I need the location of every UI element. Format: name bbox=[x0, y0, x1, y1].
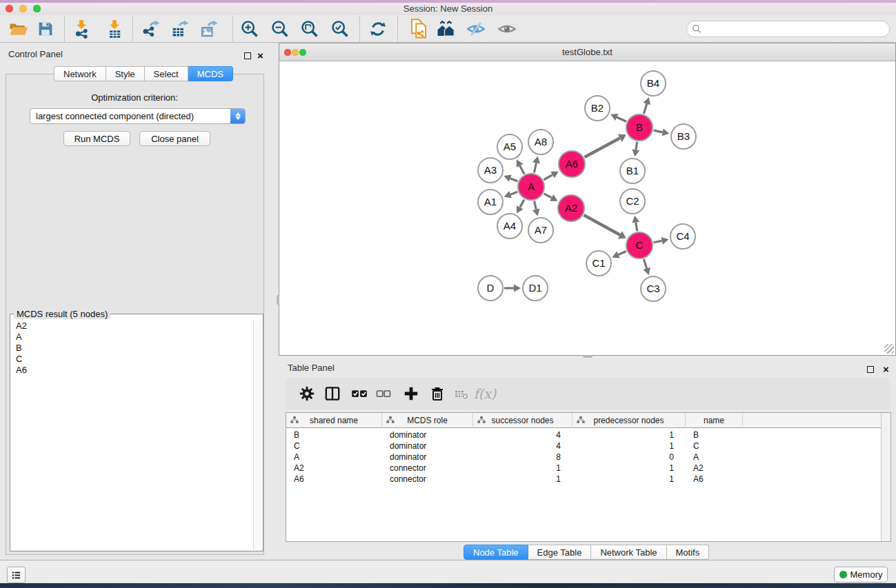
graph-edge-A-A3[interactable] bbox=[510, 179, 518, 181]
graph-node-A7[interactable]: A7 bbox=[528, 218, 553, 243]
mcds-result-item[interactable]: B bbox=[11, 343, 253, 354]
network-document-button[interactable] bbox=[407, 17, 430, 41]
task-history-button[interactable] bbox=[7, 567, 26, 583]
graph-edge-C-C2[interactable] bbox=[636, 223, 637, 232]
network-canvas[interactable]: B4B2BB3A8A5A6A3B1AC2A1A2A4A7C4CC1C3DD1 bbox=[279, 61, 895, 355]
graph-node-C1[interactable]: C1 bbox=[586, 251, 611, 276]
graph-edge-A-A8[interactable] bbox=[534, 163, 536, 172]
graph-node-A1[interactable]: A1 bbox=[478, 190, 503, 214]
export-table-button[interactable] bbox=[168, 17, 191, 41]
graph-edge-A-A7[interactable] bbox=[535, 201, 537, 209]
graph-edge-A-A6[interactable] bbox=[544, 175, 552, 180]
mcds-result-item[interactable]: A6 bbox=[11, 365, 253, 376]
table-panel-close-button[interactable]: × bbox=[883, 363, 889, 376]
optimization-criterion-dropdown[interactable]: largest connected component (directed) bbox=[30, 108, 246, 124]
add-column-button[interactable] bbox=[399, 382, 423, 405]
search-field[interactable] bbox=[686, 21, 890, 37]
horizontal-splitter-handle[interactable] bbox=[583, 355, 593, 358]
graph-node-D1[interactable]: D1 bbox=[523, 276, 548, 301]
graph-edge-C-C3[interactable] bbox=[644, 259, 646, 268]
close-traffic-light[interactable] bbox=[6, 5, 13, 12]
graph-node-B3[interactable]: B3 bbox=[671, 124, 696, 149]
close-panel-button[interactable]: Close panel bbox=[139, 131, 210, 146]
network-close-traffic-light[interactable] bbox=[284, 49, 291, 56]
export-network-button[interactable] bbox=[139, 17, 162, 41]
graph-node-C2[interactable]: C2 bbox=[620, 189, 645, 214]
graph-node-B4[interactable]: B4 bbox=[641, 71, 666, 96]
select-all-button[interactable] bbox=[348, 382, 371, 405]
mcds-result-item[interactable]: C bbox=[11, 354, 253, 365]
open-session-button[interactable] bbox=[7, 17, 30, 41]
table-tab-edge-table[interactable]: Edge Table bbox=[528, 545, 592, 560]
graph-node-A4[interactable]: A4 bbox=[497, 214, 522, 239]
minimize-traffic-light[interactable] bbox=[19, 5, 27, 12]
network-window-titlebar[interactable]: testGlobe.txt bbox=[279, 43, 895, 61]
delete-column-button[interactable] bbox=[426, 382, 449, 405]
table-scrollbar[interactable] bbox=[881, 413, 890, 541]
column-header-predecessor-nodes[interactable]: predecessor nodes bbox=[573, 413, 686, 428]
hide-graphics-details-button[interactable] bbox=[464, 17, 488, 41]
column-header-MCDS-role[interactable]: MCDS role bbox=[382, 413, 473, 428]
column-visibility-button[interactable] bbox=[321, 382, 344, 405]
graph-edge-C-C1[interactable] bbox=[618, 251, 626, 254]
graph-edge-C-C4[interactable] bbox=[654, 241, 662, 242]
graph-node-A3[interactable]: A3 bbox=[478, 158, 503, 183]
network-maximize-traffic-light[interactable] bbox=[299, 49, 306, 56]
table-tab-motifs[interactable]: Motifs bbox=[667, 545, 710, 560]
memory-button[interactable]: Memory bbox=[834, 567, 888, 582]
control-panel-float-button[interactable] bbox=[244, 50, 251, 62]
run-mcds-button[interactable]: Run MCDS bbox=[63, 131, 130, 146]
graph-node-B2[interactable]: B2 bbox=[585, 96, 610, 121]
column-header-name[interactable]: name bbox=[686, 413, 743, 428]
graph-node-A8[interactable]: A8 bbox=[528, 130, 553, 154]
graph-edge-A2-C[interactable] bbox=[584, 215, 619, 235]
graph-node-C[interactable]: C bbox=[626, 232, 653, 258]
table-tab-network-table[interactable]: Network Table bbox=[591, 545, 666, 560]
zoom-fit-button[interactable] bbox=[298, 17, 321, 41]
tab-select[interactable]: Select bbox=[145, 66, 188, 81]
import-table-button[interactable] bbox=[103, 17, 126, 41]
refresh-button[interactable] bbox=[366, 17, 390, 41]
import-network-button[interactable] bbox=[70, 17, 93, 41]
column-header-successor-nodes[interactable]: successor nodes bbox=[473, 413, 573, 428]
graph-node-A5[interactable]: A5 bbox=[497, 134, 522, 159]
mcds-result-item[interactable]: A2 bbox=[11, 321, 253, 332]
graph-edge-A-A4[interactable] bbox=[520, 199, 524, 207]
tab-mcds[interactable]: MCDS bbox=[188, 66, 233, 81]
search-input[interactable] bbox=[704, 24, 877, 34]
graph-node-B1[interactable]: B1 bbox=[620, 159, 645, 183]
graph-edge-A-A2[interactable] bbox=[544, 194, 552, 198]
graph-node-C4[interactable]: C4 bbox=[670, 224, 695, 249]
show-graphics-details-button[interactable] bbox=[495, 17, 519, 41]
function-builder-button[interactable]: f(x) bbox=[473, 382, 497, 405]
graph-node-C3[interactable]: C3 bbox=[641, 276, 666, 301]
graph-edge-B-B1[interactable] bbox=[636, 142, 637, 150]
window-resize-grip[interactable] bbox=[884, 344, 894, 354]
graph-edge-B-B4[interactable] bbox=[644, 104, 646, 114]
export-image-button[interactable] bbox=[197, 17, 220, 41]
table-panel-float-button[interactable] bbox=[867, 363, 874, 376]
mcds-result-item[interactable]: A bbox=[11, 332, 253, 343]
graph-node-A2[interactable]: A2 bbox=[558, 195, 584, 221]
zoom-in-button[interactable] bbox=[238, 17, 261, 41]
table-row[interactable]: Cdominator41C bbox=[286, 440, 890, 452]
table-row[interactable]: Adominator80A bbox=[286, 452, 890, 463]
table-settings-button[interactable] bbox=[295, 382, 319, 405]
tab-style[interactable]: Style bbox=[106, 66, 145, 81]
zoom-out-button[interactable] bbox=[268, 17, 292, 41]
delete-table-button[interactable] bbox=[450, 382, 473, 405]
vertical-splitter-handle[interactable] bbox=[277, 295, 279, 305]
table-row[interactable]: A6connector11A6 bbox=[286, 474, 890, 485]
result-scrollbar[interactable] bbox=[253, 321, 262, 550]
table-row[interactable]: A2connector11A2 bbox=[286, 463, 890, 474]
mcds-result-list[interactable]: A2ABCA6 bbox=[11, 321, 253, 550]
home-button[interactable] bbox=[435, 17, 458, 41]
graph-edge-A-A1[interactable] bbox=[510, 192, 517, 194]
control-panel-close-button[interactable]: × bbox=[257, 50, 263, 62]
table-tab-node-table[interactable]: Node Table bbox=[464, 545, 528, 560]
table-row[interactable]: Bdominator41B bbox=[286, 429, 890, 440]
tab-network[interactable]: Network bbox=[54, 66, 106, 81]
save-session-button[interactable] bbox=[34, 17, 57, 41]
deselect-all-button[interactable] bbox=[372, 382, 395, 405]
zoom-selected-button[interactable] bbox=[328, 17, 352, 41]
